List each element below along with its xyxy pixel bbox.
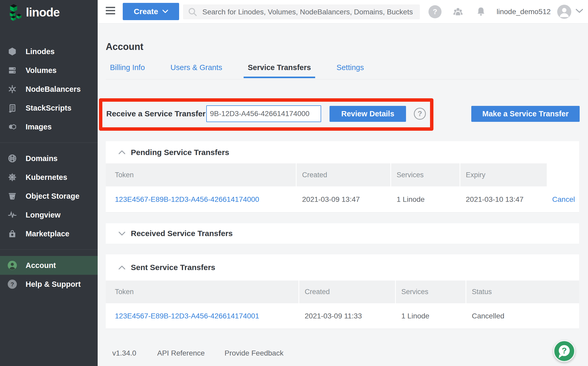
- search-bar: [183, 4, 420, 19]
- support-chat-button[interactable]: ?: [553, 340, 575, 362]
- token-link[interactable]: 123E4567-E89B-12D3-A456-426614174000: [115, 195, 259, 204]
- page-title: Account: [106, 41, 143, 52]
- tab-users-grants[interactable]: Users & Grants: [166, 63, 226, 78]
- stackscripts-icon: [7, 103, 17, 113]
- column-header-created: Created: [299, 281, 396, 303]
- sidebar-item-label: Domains: [26, 154, 57, 163]
- collapse-chevron-down-icon[interactable]: [117, 229, 127, 238]
- topbar: Create ? linode_demo512: [98, 0, 588, 24]
- sidebar-item-linodes[interactable]: Linodes: [0, 42, 98, 61]
- tab-billing-info[interactable]: Billing Info: [106, 63, 149, 78]
- created-cell: 2021-03-09 13:47: [297, 186, 391, 212]
- api-reference-link[interactable]: API Reference: [157, 347, 205, 359]
- chat-question-icon: ?: [559, 345, 570, 356]
- linode-cloud-manager: linode Linodes Volumes NodeBalancers: [0, 0, 588, 366]
- linode-logo-icon: [7, 4, 22, 21]
- account-tabs: Billing Info Users & Grants Service Tran…: [106, 63, 368, 78]
- main-content: Account Billing Info Users & Grants Serv…: [98, 24, 588, 366]
- volumes-icon: [7, 65, 17, 76]
- transfer-token-input[interactable]: [206, 105, 321, 122]
- receive-transfer-help-icon[interactable]: ?: [414, 108, 426, 120]
- help-icon[interactable]: ?: [428, 5, 442, 18]
- sidebar-item-label: Kubernetes: [26, 173, 67, 182]
- sidebar-item-images[interactable]: Images: [0, 117, 98, 136]
- column-header-token: Token: [106, 163, 297, 186]
- collapse-chevron-up-icon[interactable]: [117, 263, 127, 272]
- question-circle-icon: ?: [7, 279, 17, 289]
- bucket-icon: [7, 191, 17, 201]
- community-icon[interactable]: [451, 5, 464, 18]
- status-cell: Cancelled: [466, 303, 579, 329]
- pulse-icon: [7, 210, 17, 220]
- create-button-label: Create: [134, 7, 158, 16]
- chevron-down-icon: [162, 10, 168, 13]
- username-label: linode_demo512: [497, 8, 551, 16]
- collapse-chevron-up-icon[interactable]: [117, 148, 127, 157]
- tab-service-transfers[interactable]: Service Transfers: [244, 63, 315, 78]
- hamburger-menu-icon[interactable]: [106, 7, 115, 16]
- linode-logo[interactable]: linode: [7, 4, 60, 21]
- tabs-divider: [106, 79, 579, 79]
- username-menu[interactable]: linode_demo512: [497, 0, 551, 24]
- sidebar-item-label: Help & Support: [26, 280, 81, 289]
- sent-transfer-row: 123E4567-E89B-12D3-A456-426614174001 202…: [106, 303, 579, 329]
- section-title: Received Service Transfers: [131, 229, 233, 238]
- sidebar-item-nodebalancers[interactable]: NodeBalancers: [0, 80, 98, 99]
- column-header-expiry: Expiry: [460, 163, 548, 186]
- token-cell: 123E4567-E89B-12D3-A456-426614174000: [106, 186, 297, 212]
- avatar[interactable]: [557, 5, 571, 19]
- sidebar: linode Linodes Volumes NodeBalancers: [0, 0, 98, 366]
- section-title: Sent Service Transfers: [131, 263, 215, 272]
- sent-transfers-header: Sent Service Transfers: [106, 254, 579, 281]
- tab-settings[interactable]: Settings: [332, 63, 368, 78]
- create-button[interactable]: Create: [123, 3, 179, 20]
- linode-logo-text: linode: [26, 5, 60, 19]
- created-cell: 2021-03-09 11:33: [299, 303, 396, 329]
- token-link[interactable]: 123E4567-E89B-12D3-A456-426614174001: [115, 312, 259, 320]
- sidebar-item-domains[interactable]: Domains: [0, 149, 98, 168]
- helm-wheel-icon: [7, 172, 17, 182]
- version-link[interactable]: v1.34.0: [112, 347, 136, 359]
- sidebar-item-label: Volumes: [26, 66, 57, 75]
- section-title: Pending Service Transfers: [131, 148, 229, 157]
- make-service-transfer-button[interactable]: Make a Service Transfer: [471, 106, 580, 122]
- sidebar-item-label: StackScripts: [26, 104, 72, 112]
- notifications-bell-icon[interactable]: [474, 5, 487, 18]
- provide-feedback-link[interactable]: Provide Feedback: [225, 347, 284, 359]
- sidebar-item-object-storage[interactable]: Object Storage: [0, 187, 98, 205]
- linodes-icon: [7, 46, 17, 57]
- services-cell: 1 Linode: [396, 303, 466, 329]
- account-chevron-down-icon[interactable]: [575, 9, 583, 13]
- column-header-status: Status: [466, 281, 579, 303]
- pending-table-header: Token Created Services Expiry: [106, 163, 579, 186]
- review-details-button[interactable]: Review Details: [330, 106, 406, 122]
- search-icon: [188, 7, 198, 17]
- column-header-actions: [548, 163, 579, 186]
- sidebar-nav: Linodes Volumes NodeBalancers StackScrip…: [0, 42, 98, 294]
- sidebar-item-volumes[interactable]: Volumes: [0, 61, 98, 80]
- token-cell: 123E4567-E89B-12D3-A456-426614174001: [106, 303, 299, 329]
- sidebar-item-label: Linodes: [26, 47, 55, 56]
- sidebar-divider: [0, 243, 98, 250]
- cancel-link[interactable]: Cancel: [552, 195, 575, 204]
- sidebar-item-label: NodeBalancers: [26, 85, 81, 94]
- person-circle-icon: [7, 260, 17, 271]
- sidebar-item-stackscripts[interactable]: StackScripts: [0, 99, 98, 117]
- column-header-created: Created: [297, 163, 391, 186]
- sidebar-item-kubernetes[interactable]: Kubernetes: [0, 168, 98, 187]
- sidebar-divider: [0, 136, 98, 143]
- sidebar-item-marketplace[interactable]: Marketplace: [0, 224, 98, 243]
- search-input[interactable]: [202, 4, 420, 19]
- globe-icon: [7, 153, 17, 164]
- receive-transfer-label: Receive a Service Transfer: [106, 105, 205, 122]
- sidebar-item-label: Marketplace: [26, 230, 69, 238]
- sidebar-item-label: Object Storage: [26, 192, 79, 201]
- sidebar-item-account[interactable]: Account: [0, 256, 98, 275]
- received-transfers-header: Received Service Transfers: [106, 223, 579, 244]
- column-header-token: Token: [106, 281, 299, 303]
- sidebar-item-label: Account: [26, 261, 56, 270]
- sidebar-item-help-support[interactable]: ? Help & Support: [0, 275, 98, 294]
- pending-transfer-row: 123E4567-E89B-12D3-A456-426614174000 202…: [106, 186, 579, 213]
- images-icon: [7, 122, 17, 132]
- sidebar-item-longview[interactable]: Longview: [0, 205, 98, 224]
